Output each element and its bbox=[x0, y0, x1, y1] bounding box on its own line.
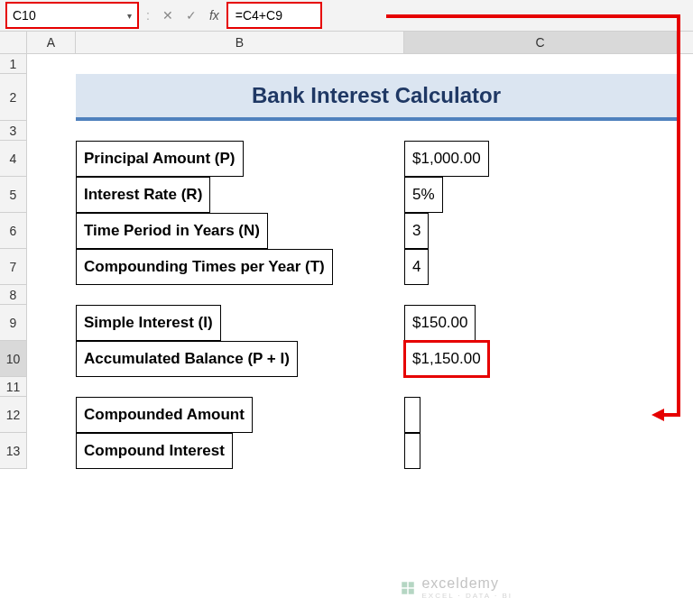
cell-C6[interactable]: 3 bbox=[404, 213, 677, 249]
cell-A12[interactable] bbox=[27, 397, 76, 433]
compounding-value: 4 bbox=[412, 258, 420, 276]
col-header-B[interactable]: B bbox=[76, 32, 404, 53]
col-header-A[interactable]: A bbox=[27, 32, 76, 53]
cell-A1[interactable] bbox=[27, 54, 76, 74]
cell-B4[interactable]: Principal Amount (P) bbox=[76, 141, 404, 177]
annotation-line bbox=[677, 14, 680, 415]
title-text: Bank Interest Calculator bbox=[252, 83, 501, 108]
row-header-11[interactable]: 11 bbox=[0, 377, 27, 397]
simple-currency: $ bbox=[412, 314, 420, 332]
cancel-icon[interactable]: ✕ bbox=[157, 5, 179, 26]
cell-C9[interactable]: $150.00 bbox=[404, 305, 677, 341]
cell-A13[interactable] bbox=[27, 433, 76, 469]
cell-C4[interactable]: $1,000.00 bbox=[404, 141, 677, 177]
row-header-6[interactable]: 6 bbox=[0, 213, 27, 249]
spreadsheet-grid: A B C 1 2 Bank Interest Calculator 3 4 bbox=[0, 32, 693, 469]
principal-value: 1,000.00 bbox=[420, 150, 480, 168]
column-headers: A B C bbox=[0, 32, 693, 54]
accum-value: 1,150.00 bbox=[420, 350, 480, 368]
simple-value: 150.00 bbox=[420, 314, 467, 332]
rows: 1 2 Bank Interest Calculator 3 4 Princip… bbox=[0, 54, 693, 469]
row-header-3[interactable]: 3 bbox=[0, 121, 27, 141]
cell-C13[interactable] bbox=[404, 433, 677, 469]
row-header-8[interactable]: 8 bbox=[0, 285, 27, 305]
fx-icon[interactable]: fx bbox=[204, 8, 225, 23]
cell-C1[interactable] bbox=[404, 54, 677, 74]
cell-B3[interactable] bbox=[76, 121, 404, 141]
select-all-corner[interactable] bbox=[0, 32, 27, 53]
watermark: exceldemy EXCEL · DATA · BI bbox=[400, 575, 513, 600]
chevron-down-icon[interactable]: ▾ bbox=[127, 11, 132, 21]
row-header-4[interactable]: 4 bbox=[0, 141, 27, 177]
cell-B6[interactable]: Time Period in Years (N) bbox=[76, 213, 404, 249]
cell-A8[interactable] bbox=[27, 285, 76, 305]
row-header-2[interactable]: 2 bbox=[0, 74, 27, 121]
rate-label: Interest Rate (R) bbox=[76, 177, 210, 213]
principal-label: Principal Amount (P) bbox=[76, 141, 244, 177]
formula-text: =C4+C9 bbox=[236, 8, 282, 23]
cell-C8[interactable] bbox=[404, 285, 677, 305]
cell-C3[interactable] bbox=[404, 121, 677, 141]
cell-A4[interactable] bbox=[27, 141, 76, 177]
cell-A9[interactable] bbox=[27, 305, 76, 341]
compounded-label: Compounded Amount bbox=[76, 397, 253, 433]
watermark-brand: exceldemy bbox=[421, 575, 513, 592]
cell-C10[interactable]: $1,150.00 bbox=[404, 341, 677, 377]
annotation-arrow-icon bbox=[651, 409, 664, 421]
cell-C5[interactable]: 5% bbox=[404, 177, 677, 213]
cell-A3[interactable] bbox=[27, 121, 76, 141]
annotation-line bbox=[386, 14, 680, 18]
accum-label: Accumulated Balance (P + I) bbox=[76, 341, 298, 377]
cell-B10[interactable]: Accumulated Balance (P + I) bbox=[76, 341, 404, 377]
annotation-line bbox=[662, 413, 680, 417]
name-box-value: C10 bbox=[13, 8, 36, 23]
cell-C11[interactable] bbox=[404, 377, 677, 397]
cell-A2[interactable] bbox=[27, 74, 76, 121]
cell-B13[interactable]: Compound Interest bbox=[76, 433, 404, 469]
rate-value: 5% bbox=[412, 186, 435, 204]
cell-B9[interactable]: Simple Interest (I) bbox=[76, 305, 404, 341]
name-box[interactable]: C10 ▾ bbox=[5, 2, 139, 29]
row-header-7[interactable]: 7 bbox=[0, 249, 27, 285]
col-header-C[interactable]: C bbox=[404, 32, 677, 53]
row-header-1[interactable]: 1 bbox=[0, 54, 27, 74]
cell-A5[interactable] bbox=[27, 177, 76, 213]
years-value: 3 bbox=[412, 222, 420, 240]
formula-input[interactable]: =C4+C9 bbox=[226, 2, 322, 29]
principal-currency: $ bbox=[412, 150, 420, 168]
row-header-9[interactable]: 9 bbox=[0, 305, 27, 341]
enter-icon[interactable]: ✓ bbox=[180, 5, 202, 26]
cell-A10[interactable] bbox=[27, 341, 76, 377]
title-cell[interactable]: Bank Interest Calculator bbox=[76, 74, 677, 121]
simple-label: Simple Interest (I) bbox=[76, 305, 221, 341]
cell-C7[interactable]: 4 bbox=[404, 249, 677, 285]
years-label: Time Period in Years (N) bbox=[76, 213, 268, 249]
cell-A7[interactable] bbox=[27, 249, 76, 285]
cell-C12[interactable] bbox=[404, 397, 677, 433]
cell-B12[interactable]: Compounded Amount bbox=[76, 397, 404, 433]
row-header-5[interactable]: 5 bbox=[0, 177, 27, 213]
watermark-tagline: EXCEL · DATA · BI bbox=[421, 592, 513, 600]
cell-A11[interactable] bbox=[27, 377, 76, 397]
row-header-10[interactable]: 10 bbox=[0, 341, 27, 377]
accum-currency: $ bbox=[412, 350, 420, 368]
cell-B8[interactable] bbox=[76, 285, 404, 305]
logo-icon bbox=[400, 580, 416, 596]
cell-B7[interactable]: Compounding Times per Year (T) bbox=[76, 249, 404, 285]
compound-int-label: Compound Interest bbox=[76, 433, 233, 469]
separator: : bbox=[141, 8, 155, 23]
cell-B5[interactable]: Interest Rate (R) bbox=[76, 177, 404, 213]
cell-B1[interactable] bbox=[76, 54, 404, 74]
row-header-13[interactable]: 13 bbox=[0, 433, 27, 469]
compounding-label: Compounding Times per Year (T) bbox=[76, 249, 333, 285]
row-header-12[interactable]: 12 bbox=[0, 397, 27, 433]
cell-B11[interactable] bbox=[76, 377, 404, 397]
cell-A6[interactable] bbox=[27, 213, 76, 249]
